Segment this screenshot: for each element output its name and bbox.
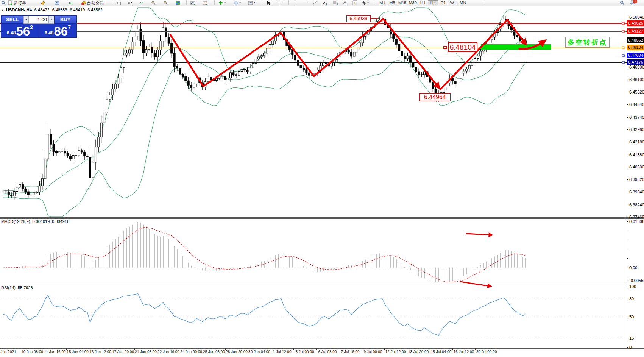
ohlc-close: 6.48562	[87, 8, 103, 12]
annotation-turning-point[interactable]: 多空转折点	[565, 37, 610, 48]
channel-tool[interactable]: E	[322, 0, 328, 5]
market-watch-icon[interactable]	[54, 0, 60, 5]
add-indicator-button[interactable]: ▾	[218, 0, 226, 5]
buy-button[interactable]: BUY	[54, 16, 76, 24]
macd-signal-value: 0.004918	[52, 219, 69, 224]
sell-price-base: 6.48	[7, 30, 16, 36]
ohlc-open: 6.48472	[34, 8, 50, 12]
rsi-plot	[0, 294, 627, 338]
toolbar-separator	[288, 0, 289, 5]
toolbar: 新订单 自动交易	[0, 0, 644, 6]
green-zone	[481, 44, 551, 50]
chart-canvas	[0, 0, 644, 357]
sell-price-pips: 56	[16, 26, 30, 37]
timeframe-button-m5[interactable]: M5	[387, 0, 397, 5]
search-icon[interactable]	[619, 0, 625, 5]
metatrader-window: 新订单 自动交易	[0, 0, 644, 357]
timeframe-button-m30[interactable]: M30	[407, 0, 418, 5]
period-clock-button[interactable]: ▾	[233, 0, 241, 5]
rsi-indicator-label: RSI(14) 55.7928	[1, 285, 33, 290]
chevron-down-icon: ▾	[239, 1, 241, 5]
horizontal-line-tool[interactable]	[302, 0, 308, 5]
bar-chart-icon[interactable]	[116, 0, 122, 5]
timeframe-button-h1[interactable]: H1	[418, 0, 428, 5]
svg-text:T: T	[354, 1, 356, 5]
collapse-icon[interactable]: ▴	[2, 8, 3, 12]
sell-price[interactable]: 6.48 56 2	[1, 24, 39, 37]
tile-windows-icon[interactable]	[175, 0, 181, 5]
line-chart-icon[interactable]	[139, 0, 144, 5]
rsi-value: 55.7928	[18, 285, 33, 290]
arrows-tool[interactable]: ▾	[361, 0, 369, 5]
panel-borders	[0, 6, 644, 349]
fibonacci-tool[interactable]: F	[332, 0, 339, 5]
sell-button[interactable]: SELL	[1, 16, 23, 24]
auto-trading-label: 自动交易	[87, 0, 104, 6]
new-order-button[interactable]: 新订单	[8, 0, 27, 5]
annotation-support-price[interactable]: 6.48104	[448, 42, 477, 52]
volume-increase-button[interactable]: ▴	[49, 16, 54, 24]
timeframe-group: M1M5M15M30H1H4D1W1MN	[377, 0, 468, 5]
toolbar-separator	[186, 0, 187, 5]
buy-price-pips: 86	[54, 26, 68, 37]
trendline-tool[interactable]	[312, 0, 318, 5]
vertical-line-tool[interactable]	[292, 0, 298, 5]
line-handle[interactable]	[622, 30, 624, 33]
chevron-down-icon: ▾	[254, 1, 255, 5]
trend-segment[interactable]	[281, 33, 314, 76]
line-handle[interactable]	[622, 61, 624, 64]
annotation-low-price[interactable]: 6.44964	[419, 93, 451, 101]
symbol-name: USDCNH-,H4	[6, 8, 32, 12]
text-label-tool[interactable]: T	[352, 0, 358, 5]
volume-input[interactable]: 1.00	[29, 16, 49, 24]
timeframe-button-m1[interactable]: M1	[377, 0, 387, 5]
horizontal-price-lines	[0, 22, 627, 64]
notification-badge: 1	[633, 0, 637, 3]
annotation-high-price[interactable]: 6.49939	[346, 15, 371, 22]
timeframe-button-h4[interactable]: H4	[428, 0, 438, 5]
zoom-out-icon[interactable]	[163, 0, 168, 5]
macd-plot	[3, 222, 525, 282]
timeframe-button-mn[interactable]: MN	[458, 0, 468, 5]
buy-price-base: 6.48	[45, 30, 53, 36]
chart-header: ▴ USDCNH-,H4 6.48472 6.48583 6.48419 6.4…	[2, 8, 103, 12]
crosshair-tool[interactable]	[277, 0, 283, 5]
template-button[interactable]: ▾	[248, 0, 256, 5]
bollinger-bands	[3, 8, 525, 217]
buy-price-point: 7	[68, 24, 71, 30]
rsi-name: RSI(14)	[1, 285, 16, 290]
svg-text:F: F	[337, 3, 338, 5]
buy-price[interactable]: 6.48 86 7	[39, 24, 76, 37]
trend-zigzag	[170, 19, 547, 288]
zoom-in-icon[interactable]	[151, 0, 156, 5]
auto-trading-button[interactable]: 自动交易	[81, 0, 104, 5]
volume-decrease-button[interactable]: ▾	[23, 16, 29, 24]
ohlc-low: 6.48419	[70, 8, 85, 12]
one-click-trade-panel: SELL ▾ 1.00 ▴ BUY 6.48 56 2 6.48 86 7	[1, 15, 77, 38]
toolbar-separator	[6, 0, 6, 5]
signals-icon[interactable]	[68, 0, 74, 5]
sell-price-point: 2	[30, 24, 33, 30]
toolbar-separator	[112, 0, 112, 5]
line-handle[interactable]	[622, 47, 624, 49]
toolbar-separator	[484, 0, 484, 5]
styler-icon[interactable]	[40, 0, 46, 5]
macd-value: 0.004019	[32, 219, 50, 224]
line-handle[interactable]	[622, 22, 624, 25]
text-tool[interactable]: A	[343, 0, 347, 5]
timeframe-button-d1[interactable]: D1	[438, 0, 448, 5]
timeframe-button-m15[interactable]: M15	[397, 0, 407, 5]
toolbar-separator	[214, 0, 215, 5]
toolbar-separator	[262, 0, 262, 5]
indicator-list-icon[interactable]	[202, 0, 208, 5]
line-handle[interactable]	[622, 55, 624, 57]
svg-text:E: E	[326, 3, 327, 5]
candlestick-chart-icon[interactable]	[127, 0, 133, 5]
chat-notifications-button[interactable]: 1	[629, 0, 636, 5]
chevron-down-icon: ▾	[224, 1, 226, 5]
timeframe-button-w1[interactable]: W1	[448, 0, 458, 5]
support-zone-highlight[interactable]	[481, 44, 551, 50]
new-order-label: 新订单	[14, 0, 26, 6]
cursor-tool[interactable]	[266, 0, 271, 5]
indicator-window-icon[interactable]	[190, 0, 196, 5]
